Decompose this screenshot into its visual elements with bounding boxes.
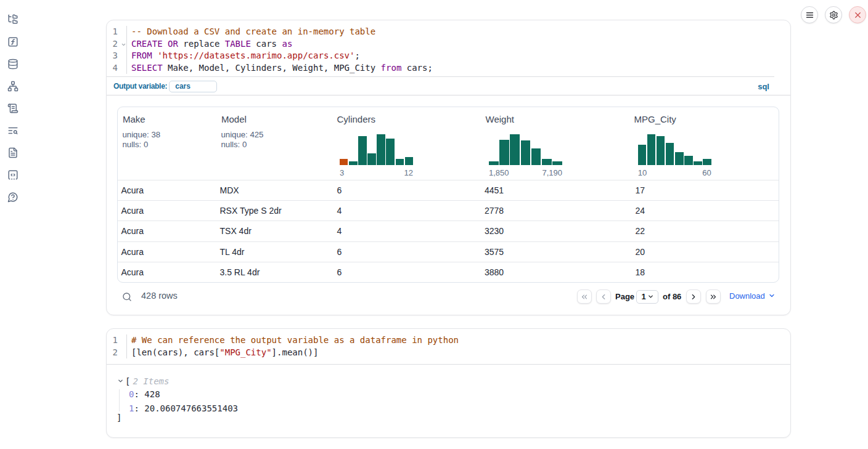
column-name: MPG_City: [634, 114, 776, 124]
line-number: 2: [107, 347, 118, 359]
table-cell: Acura: [118, 185, 216, 195]
chevron-down-icon: [647, 293, 654, 300]
table-cell: 4: [334, 226, 481, 236]
column-stats: unique: 38nulls: 0: [123, 130, 211, 150]
python-code-editor[interactable]: 12# We can reference the output variable…: [107, 329, 790, 364]
table-cell: 4451: [481, 185, 632, 195]
column-header[interactable]: Makeunique: 38nulls: 0: [118, 107, 216, 180]
table-cell: MDX: [216, 185, 334, 195]
column-header[interactable]: MPG_City1060: [632, 107, 780, 180]
folder-tree-icon[interactable]: [7, 14, 18, 25]
histogram-bar: [396, 159, 404, 165]
menu-button[interactable]: [801, 6, 818, 23]
column-header[interactable]: Weight1,8507,190: [481, 107, 632, 180]
function-square-icon[interactable]: [7, 36, 18, 47]
column-histogram[interactable]: [489, 134, 562, 165]
tree-entry: 0: 428: [129, 389, 160, 399]
table-cell: 17: [632, 185, 780, 195]
collapse-chevron-icon[interactable]: [117, 378, 124, 384]
table-row[interactable]: AcuraRSX Type S 2dr4277824: [118, 200, 779, 220]
histogram-bar: [499, 140, 509, 165]
table-footer: 428 rows Page 1 of 86 Download: [107, 283, 790, 315]
histogram-bar: [531, 148, 541, 165]
file-text-icon[interactable]: [7, 147, 18, 158]
code-line: SELECT Make, Model, Cylinders, Weight, M…: [131, 62, 433, 75]
code-line: FROM 'https://datasets.marimo.app/cars.c…: [131, 50, 433, 62]
table-cell: 3230: [481, 226, 632, 236]
code-line: -- Download a CSV and create an in-memor…: [131, 26, 433, 38]
first-page-button[interactable]: [577, 289, 592, 304]
code-line: # We can reference the output variable a…: [131, 334, 459, 347]
column-header[interactable]: Modelunique: 425nulls: 0: [216, 107, 334, 180]
page-select[interactable]: 1: [636, 290, 658, 304]
tree-indent-guide: [119, 389, 120, 412]
histogram-range-labels: 1060: [638, 168, 711, 177]
code-divider: [107, 364, 790, 365]
table-row[interactable]: Acura3.5 RL 4dr6388018: [118, 262, 779, 282]
chevron-right-icon: [689, 293, 698, 301]
sql-code-editor[interactable]: 1234-- Download a CSV and create an in-m…: [107, 20, 790, 76]
table-header: Makeunique: 38nulls: 0Modelunique: 425nu…: [118, 107, 779, 180]
column-histogram[interactable]: [340, 134, 413, 165]
network-icon[interactable]: [7, 81, 18, 92]
line-number: 4: [107, 62, 118, 75]
histogram-bar: [657, 136, 665, 165]
prev-page-button[interactable]: [596, 289, 611, 304]
download-button[interactable]: Download: [729, 291, 776, 301]
fold-chevron-icon[interactable]: [121, 42, 126, 47]
tree-close-bracket: ]: [117, 413, 121, 423]
last-page-button[interactable]: [706, 289, 721, 304]
python-cell: 12# We can reference the output variable…: [106, 328, 791, 438]
settings-button[interactable]: [825, 6, 842, 23]
column-name: Model: [221, 114, 329, 124]
table-cell: 6: [334, 247, 481, 257]
column-header[interactable]: Cylinders312: [334, 107, 481, 180]
data-table: Makeunique: 38nulls: 0Modelunique: 425nu…: [117, 107, 780, 283]
column-name: Weight: [486, 114, 627, 124]
download-label: Download: [729, 291, 765, 301]
table-row[interactable]: AcuraMDX6445117: [118, 180, 779, 200]
close-x-icon: [853, 10, 862, 20]
histogram-bar: [542, 159, 552, 165]
table-cell: 4: [334, 206, 481, 216]
tree-entry: 1: 20.060747663551403: [129, 403, 238, 413]
histogram-bar: [405, 157, 413, 165]
histogram-bar: [340, 159, 348, 165]
scroll-text-icon[interactable]: [7, 103, 18, 114]
text-search-icon[interactable]: [7, 125, 18, 136]
next-page-button[interactable]: [686, 289, 701, 304]
table-cell: Acura: [118, 247, 216, 257]
snippets-code-icon[interactable]: [7, 169, 18, 180]
chevron-down-icon: [768, 292, 776, 299]
shutdown-button[interactable]: [849, 6, 866, 23]
language-badge[interactable]: sql: [758, 82, 769, 91]
code-line: [len(cars), cars["MPG_City"].mean()]: [131, 347, 459, 359]
table-cell: Acura: [118, 226, 216, 236]
table-cell: 22: [632, 226, 780, 236]
histogram-bar: [703, 159, 711, 165]
table-row[interactable]: AcuraTL 4dr6357520: [118, 241, 779, 262]
line-number: 3: [107, 50, 118, 62]
table-cell: 6: [334, 267, 481, 277]
histogram-bar: [510, 134, 520, 165]
column-histogram[interactable]: [638, 134, 711, 165]
help-question-icon[interactable]: [7, 192, 18, 203]
chevrons-right-icon: [709, 293, 718, 301]
table-cell: Acura: [118, 206, 216, 216]
table-row[interactable]: AcuraTSX 4dr4323022: [118, 220, 779, 241]
output-variable-bar: Output variable: sql: [107, 77, 790, 95]
histogram-bar: [666, 143, 674, 165]
histogram-bar: [684, 156, 692, 165]
database-icon[interactable]: [7, 59, 18, 70]
code-line: CREATE OR replace TABLE cars as: [131, 38, 433, 51]
table-cell: 6: [334, 185, 481, 195]
helper-sidebar: [0, 0, 27, 449]
page-select-value: 1: [642, 292, 646, 301]
sql-cell: 1234-- Download a CSV and create an in-m…: [106, 20, 791, 315]
histogram-bar: [367, 153, 375, 165]
table-cell: TSX 4dr: [216, 226, 334, 236]
chevrons-left-icon: [580, 293, 589, 301]
line-number: 2: [107, 38, 118, 51]
histogram-range-labels: 312: [340, 168, 413, 177]
output-variable-input[interactable]: [169, 81, 217, 92]
